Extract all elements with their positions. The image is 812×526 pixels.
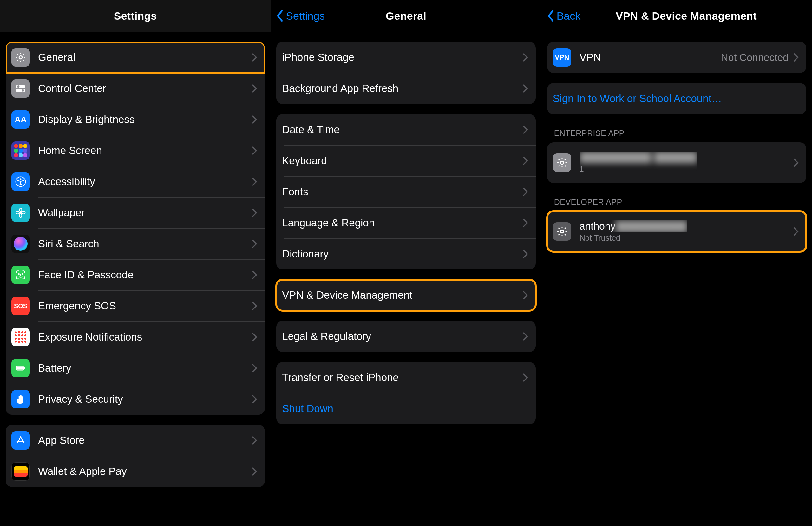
row-label: Accessibility: [38, 176, 95, 188]
row-shut-down[interactable]: Shut Down: [276, 393, 535, 424]
row-label: Background App Refresh: [282, 83, 398, 94]
enterprise-app-group: ██████████ ██████ 1: [547, 142, 806, 183]
general-group-reset: Transfer or Reset iPhone Shut Down: [276, 362, 535, 424]
faceid-icon: [11, 266, 30, 284]
app-grid-icon: [11, 142, 30, 160]
row-battery[interactable]: Battery: [6, 353, 265, 384]
row-faceid-passcode[interactable]: Face ID & Passcode: [6, 259, 265, 290]
nav-title-vpn: VPN & Device Management: [616, 10, 757, 22]
chevron-right-icon: [251, 177, 257, 187]
row-accessibility[interactable]: Accessibility: [6, 166, 265, 197]
row-general[interactable]: General: [6, 42, 265, 73]
row-privacy-security[interactable]: Privacy & Security: [6, 384, 265, 415]
row-vpn-device-management[interactable]: VPN & Device Management: [276, 280, 535, 311]
chevron-right-icon: [251, 239, 257, 249]
back-button-settings[interactable]: Settings: [276, 10, 325, 22]
chevron-right-icon: [522, 156, 528, 165]
row-siri-search[interactable]: Siri & Search: [6, 228, 265, 259]
row-label: Transfer or Reset iPhone: [282, 371, 398, 384]
flower-icon: [11, 204, 30, 222]
general-panel: Settings General iPhone Storage Backgrou…: [271, 0, 541, 526]
chevron-right-icon: [793, 158, 799, 167]
back-label: Back: [557, 10, 581, 22]
battery-icon: [11, 359, 30, 377]
row-label: Face ID & Passcode: [38, 269, 133, 281]
chevron-left-icon: [276, 10, 285, 22]
row-date-time[interactable]: Date & Time: [276, 114, 535, 145]
row-label: Legal & Regulatory: [282, 331, 371, 342]
row-iphone-storage[interactable]: iPhone Storage: [276, 42, 535, 73]
chevron-right-icon: [522, 53, 528, 62]
row-enterprise-app[interactable]: ██████████ ██████ 1: [547, 142, 806, 183]
exposure-icon: [11, 328, 30, 346]
chevron-right-icon: [522, 187, 528, 196]
row-wallet-applepay[interactable]: Wallet & Apple Pay: [6, 456, 265, 487]
section-header-developer: DEVELOPER APP: [554, 198, 806, 207]
svg-point-11: [22, 211, 25, 214]
section-header-enterprise: ENTERPRISE APP: [554, 129, 806, 138]
row-keyboard[interactable]: Keyboard: [276, 145, 535, 176]
developer-app-name: anthony██████████: [580, 220, 688, 232]
row-label: General: [38, 52, 75, 63]
chevron-right-icon: [522, 218, 528, 228]
row-background-app-refresh[interactable]: Background App Refresh: [276, 73, 535, 104]
row-label: Exposure Notifications: [38, 331, 142, 343]
row-language-region[interactable]: Language & Region: [276, 207, 535, 238]
navbar-vpn: Back VPN & Device Management: [541, 0, 812, 32]
svg-point-2: [17, 85, 19, 88]
row-label: iPhone Storage: [282, 52, 354, 63]
developer-app-status: Not Trusted: [580, 233, 688, 243]
row-control-center[interactable]: Control Center: [6, 73, 265, 104]
chevron-right-icon: [522, 84, 528, 93]
general-group-vpn: VPN & Device Management: [276, 280, 535, 311]
svg-point-9: [19, 214, 21, 218]
svg-point-8: [19, 208, 21, 212]
nav-title-settings: Settings: [114, 10, 157, 22]
settings-group-main: General Control Center AA Display & Brig…: [6, 42, 265, 415]
row-label: VPN & Device Management: [282, 289, 412, 301]
navbar-general: Settings General: [271, 0, 541, 32]
row-home-screen[interactable]: Home Screen: [6, 135, 265, 166]
vpn-status-value: Not Connected: [721, 52, 788, 63]
sos-icon: SOS: [11, 297, 30, 315]
svg-point-0: [19, 56, 22, 59]
row-transfer-reset[interactable]: Transfer or Reset iPhone: [276, 362, 535, 393]
chevron-right-icon: [251, 115, 257, 124]
row-signin-work-school[interactable]: Sign In to Work or School Account…: [547, 83, 806, 114]
row-emergency-sos[interactable]: SOS Emergency SOS: [6, 290, 265, 321]
row-vpn-status[interactable]: VPN VPN Not Connected: [547, 42, 806, 73]
row-label: Emergency SOS: [38, 300, 116, 312]
settings-group-store: App Store Wallet & Apple Pay: [6, 425, 265, 487]
enterprise-app-name: ██████████ ██████: [580, 151, 697, 163]
chevron-right-icon: [251, 208, 257, 218]
row-exposure-notifications[interactable]: Exposure Notifications: [6, 321, 265, 353]
chevron-right-icon: [522, 125, 528, 134]
row-label: Sign In to Work or School Account…: [553, 92, 722, 105]
vpn-device-management-panel: Back VPN & Device Management VPN VPN Not…: [541, 0, 812, 526]
chevron-right-icon: [251, 394, 257, 404]
text-size-icon: AA: [11, 110, 30, 129]
wallet-icon: [11, 462, 30, 481]
row-developer-app[interactable]: anthony██████████ Not Trusted: [547, 211, 806, 252]
back-button-general[interactable]: Back: [547, 10, 581, 22]
general-group-legal: Legal & Regulatory: [276, 321, 535, 352]
row-display-brightness[interactable]: AA Display & Brightness: [6, 104, 265, 135]
general-group-storage: iPhone Storage Background App Refresh: [276, 42, 535, 104]
back-label: Settings: [286, 10, 325, 22]
chevron-right-icon: [251, 146, 257, 155]
row-fonts[interactable]: Fonts: [276, 176, 535, 207]
row-wallpaper[interactable]: Wallpaper: [6, 197, 265, 228]
svg-point-10: [16, 211, 20, 214]
svg-rect-16: [17, 367, 23, 369]
hand-icon: [11, 390, 30, 408]
signin-group: Sign In to Work or School Account…: [547, 83, 806, 114]
svg-point-4: [22, 89, 24, 92]
row-dictionary[interactable]: Dictionary: [276, 238, 535, 269]
svg-point-18: [561, 230, 564, 233]
chevron-left-icon: [547, 10, 555, 22]
row-legal-regulatory[interactable]: Legal & Regulatory: [276, 321, 535, 352]
nav-title-general: General: [386, 10, 426, 22]
siri-icon: [11, 235, 30, 253]
row-label: VPN: [580, 52, 601, 63]
row-app-store[interactable]: App Store: [6, 425, 265, 456]
